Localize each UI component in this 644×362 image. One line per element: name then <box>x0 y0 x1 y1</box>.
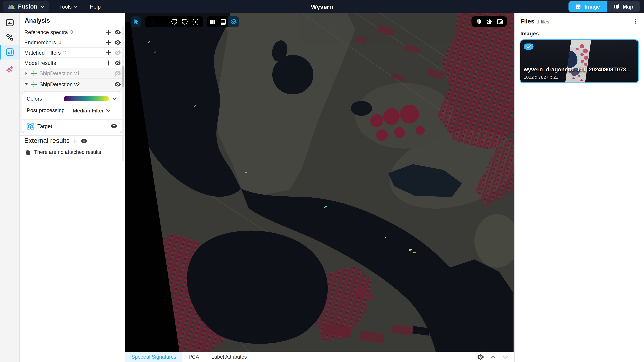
eye-icon <box>114 39 121 46</box>
post-processing-value: Median Filter <box>72 107 104 114</box>
post-processing-row: Post processing Median Filter <box>22 106 122 119</box>
visibility-toggle[interactable] <box>114 80 121 88</box>
rail-item-analysis[interactable] <box>0 45 19 59</box>
image-viewer[interactable] <box>125 13 514 352</box>
tab-spectral-signatures[interactable]: Spectral Signatures <box>125 352 182 362</box>
brightness-icon <box>486 18 492 25</box>
image-file-card[interactable]: wyvern_dragonette-001_20240808T073... 60… <box>520 39 639 83</box>
tonality-button[interactable] <box>473 16 484 27</box>
tools-menu[interactable]: Tools <box>59 3 78 10</box>
rail-divider <box>0 61 19 61</box>
model-label: ShipDetection v1 <box>40 70 80 76</box>
rail-item-ai[interactable] <box>0 62 19 77</box>
panel-expand-button[interactable] <box>490 354 496 360</box>
colors-row: Colors <box>22 91 122 106</box>
compare-button[interactable] <box>494 16 505 27</box>
section-count: 0 <box>70 29 73 35</box>
add-button[interactable] <box>105 38 112 46</box>
brand-menu[interactable]: Fusion <box>3 1 49 12</box>
rows-icon <box>220 18 226 25</box>
rotate-cw-icon <box>182 18 188 25</box>
tab-label: Label Attributes <box>212 354 247 360</box>
visibility-toggle-off[interactable] <box>114 59 121 66</box>
image-view-button[interactable]: Image <box>568 1 606 12</box>
satellite-image <box>125 13 514 352</box>
settings-button[interactable] <box>477 354 484 360</box>
model-row-shipdetection-v1[interactable]: ShipDetection v1 <box>20 68 125 79</box>
model-label: ShipDetection v2 <box>40 81 80 87</box>
pointer-icon <box>132 18 140 25</box>
columns-layout-button[interactable] <box>207 16 218 27</box>
caret-down-icon[interactable] <box>24 82 29 86</box>
zoom-rotate-group <box>145 16 203 27</box>
visibility-toggle[interactable] <box>114 38 121 46</box>
tab-label-attributes[interactable]: Label Attributes <box>205 352 253 362</box>
colormap-preview[interactable] <box>64 96 109 101</box>
visibility-toggle-off[interactable] <box>114 69 121 77</box>
rows-layout-button[interactable] <box>218 16 228 27</box>
section-model-results[interactable]: Model results <box>20 58 125 68</box>
section-count: 2 <box>63 50 66 55</box>
rail-item-imagery[interactable] <box>0 15 19 30</box>
section-endmembers[interactable]: Endmembers 0 <box>20 37 125 48</box>
brand-label: Fusion <box>18 3 38 10</box>
zoom-out-button[interactable] <box>158 16 169 27</box>
add-button[interactable] <box>105 59 112 66</box>
view-toggle: Image Map <box>568 1 640 12</box>
map-view-button[interactable]: Map <box>606 1 640 12</box>
scrollbar-thumb[interactable] <box>122 66 124 87</box>
gear-icon <box>477 354 484 360</box>
columns-icon <box>209 18 216 25</box>
add-button[interactable] <box>105 49 112 56</box>
add-button[interactable] <box>71 137 78 145</box>
ship-detection-icon <box>31 70 37 76</box>
visibility-toggle[interactable] <box>80 137 88 145</box>
rail-item-workflow[interactable] <box>0 30 19 45</box>
chevron-down-icon <box>74 4 78 9</box>
layers-button[interactable] <box>228 16 239 27</box>
chevron-down-icon <box>502 354 508 360</box>
rotate-ccw-button[interactable] <box>169 16 180 27</box>
minus-icon <box>160 18 166 25</box>
app-window: Fusion Tools Help Wyvern Image <box>0 0 644 362</box>
section-reference-spectra[interactable]: Reference spectra 0 <box>20 27 125 37</box>
chevron-down-icon <box>106 108 111 113</box>
eye-icon <box>114 81 121 88</box>
visibility-toggle[interactable] <box>110 123 118 130</box>
plus-icon <box>105 60 112 66</box>
eye-off-icon <box>114 49 121 56</box>
files-menu-button[interactable] <box>632 18 638 24</box>
caret-right-icon[interactable] <box>24 71 29 76</box>
cube-target-icon <box>27 123 34 130</box>
rotate-cw-button[interactable] <box>180 16 190 27</box>
post-processing-select[interactable]: Median Filter <box>72 107 111 114</box>
zoom-in-button[interactable] <box>148 16 158 27</box>
panel-collapse-button[interactable] <box>502 354 508 360</box>
colors-label: Colors <box>27 96 42 102</box>
left-icon-rail <box>0 13 20 362</box>
bar-chart-icon <box>6 48 14 56</box>
section-matched-filters[interactable]: Matched Filters 2 <box>20 48 125 58</box>
center-focus-button[interactable] <box>190 16 201 27</box>
target-row[interactable]: Target <box>22 120 122 133</box>
map-icon <box>613 3 619 10</box>
center-focus-icon <box>192 18 199 25</box>
plus-icon <box>105 39 112 45</box>
add-button[interactable] <box>105 28 112 36</box>
sparkles-icon <box>6 66 14 74</box>
help-menu[interactable]: Help <box>90 3 101 10</box>
pointer-tool-button[interactable] <box>131 16 142 27</box>
selected-checkbox[interactable] <box>524 43 534 50</box>
panel-scrollbar[interactable] <box>122 26 124 161</box>
tab-pca[interactable]: PCA <box>182 352 205 362</box>
brightness-button[interactable] <box>484 16 494 27</box>
visibility-toggle[interactable] <box>114 28 121 36</box>
visibility-toggle-off[interactable] <box>114 49 121 56</box>
section-external-results[interactable]: External results <box>20 135 125 146</box>
chevron-down-icon[interactable] <box>112 96 118 101</box>
model-row-shipdetection-v2[interactable]: ShipDetection v2 <box>20 79 125 89</box>
ship-detection-icon <box>31 81 37 87</box>
tonality-icon <box>475 18 482 25</box>
analysis-title: Analysis <box>20 13 125 27</box>
plus-icon <box>150 18 156 25</box>
